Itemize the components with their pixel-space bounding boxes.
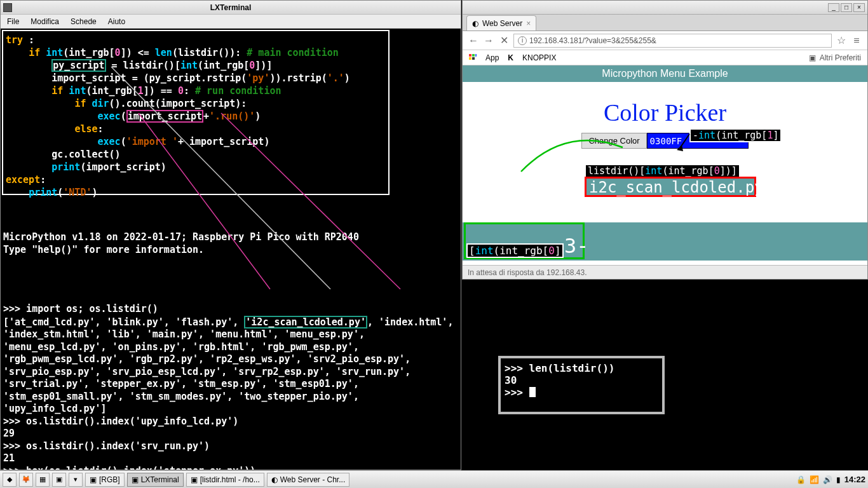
- knoppix-icon: K: [508, 53, 513, 62]
- firefox-icon[interactable]: 🦊: [19, 473, 33, 487]
- start-menu-icon[interactable]: ◆: [3, 473, 17, 487]
- url-text: 192.168.43.181/?value=3&255&255&: [529, 36, 656, 45]
- index-3: 3-: [564, 234, 589, 258]
- iconify-icon[interactable]: ▾: [69, 473, 83, 487]
- terminal-body[interactable]: try : if int(int_rgb[0]) <= len(listdir(…: [1, 29, 461, 470]
- menu-tabs[interactable]: Schede: [71, 17, 97, 26]
- bookmark-knoppix[interactable]: KNOPPIX: [522, 53, 556, 62]
- menu-edit[interactable]: Modifica: [31, 17, 59, 26]
- browser-window: _ □ × ◐ Web Server × ← → ✕ i 192.168.43.…: [462, 0, 868, 280]
- browser-titlebar[interactable]: _ □ ×: [463, 1, 867, 15]
- stop-button[interactable]: ✕: [498, 34, 510, 46]
- maximize-button[interactable]: □: [841, 3, 852, 12]
- tray-battery-icon[interactable]: ▮: [836, 475, 841, 484]
- micropython-banner: MicroPython v1.18 on 2022-01-17; Raspber…: [3, 231, 359, 256]
- browser-tabstrip[interactable]: ◐ Web Server ×: [463, 15, 867, 31]
- page-header: Micropython Menu Example: [463, 65, 867, 82]
- change-color-button[interactable]: Change Color: [581, 133, 646, 149]
- bookmark-app[interactable]: App: [485, 53, 499, 62]
- terminal-titlebar[interactable]: LXTerminal: [1, 1, 461, 15]
- terminal-icon[interactable]: ▣: [52, 473, 66, 487]
- taskbar-item-browser[interactable]: ◐Web Server - Chr...: [267, 473, 349, 487]
- repl-output: >>> import os; os.listdir() ['at_cmd_lcd…: [3, 303, 458, 470]
- lxterminal-window: LXTerminal File Modifica Schede Aiuto tr…: [0, 0, 461, 470]
- bookmark-other[interactable]: ▣ Altri Preferiti: [809, 53, 861, 62]
- terminal-title: LXTerminal: [1, 3, 461, 12]
- apps-icon[interactable]: [469, 54, 477, 62]
- selected-filename: i2c_scan_lcdoled.py: [585, 177, 756, 197]
- menu-icon[interactable]: ≡: [851, 35, 862, 46]
- bookmarks-bar[interactable]: App K KNOPPIX ▣ Altri Preferiti: [463, 50, 867, 65]
- filemanager-icon[interactable]: ▦: [36, 473, 50, 487]
- tab-title: Web Server: [482, 19, 522, 28]
- page-title: Color Picker: [463, 98, 867, 126]
- terminal-icon: [3, 3, 12, 12]
- browser-statusbar: In attesa di risposta da 192.168.43.: [463, 265, 867, 279]
- tab-spinner-icon: ◐: [472, 19, 478, 28]
- menu-help[interactable]: Aiuto: [108, 17, 125, 26]
- selected-row: [int(int_rgb[0] 3-: [463, 222, 867, 261]
- annotation-listdir: listdir()[int(int_rgb[0])]: [585, 164, 740, 178]
- taskbar-item-lxterminal[interactable]: ▣LXTerminal: [127, 473, 184, 487]
- taskbar-item-rgb[interactable]: ▣[RGB]: [85, 473, 125, 487]
- close-button[interactable]: ×: [853, 3, 865, 12]
- tray-lock-icon[interactable]: 🔒: [796, 475, 806, 484]
- code-snippet: try : if int(int_rgb[0]) <= len(listdir(…: [2, 30, 390, 195]
- taskbar-item-editor[interactable]: ▣[listdir.html - /ho...: [186, 473, 264, 487]
- len-repl-box: >>> len(listdir()) 30 >>>: [498, 356, 665, 414]
- browser-tab[interactable]: ◐ Web Server ×: [466, 15, 536, 30]
- menu-file[interactable]: File: [7, 17, 19, 26]
- minimize-button[interactable]: _: [828, 3, 839, 12]
- tab-close-icon[interactable]: ×: [526, 19, 531, 28]
- tray-network-icon[interactable]: 📶: [810, 475, 819, 484]
- taskbar-clock[interactable]: 14:22: [844, 475, 865, 484]
- annotation-intrgb1: -int(int_rgb[1]: [689, 128, 782, 142]
- taskbar[interactable]: ◆ 🦊 ▦ ▣ ▾ ▣[RGB] ▣LXTerminal ▣[listdir.h…: [0, 470, 868, 488]
- back-button[interactable]: ←: [468, 35, 479, 46]
- forward-button[interactable]: →: [483, 35, 494, 46]
- address-bar[interactable]: i 192.168.43.181/?value=3&255&255&: [513, 34, 832, 48]
- tray-volume-icon[interactable]: 🔊: [823, 475, 832, 484]
- site-info-icon[interactable]: i: [518, 36, 527, 45]
- folder-icon: ▣: [809, 53, 816, 62]
- star-icon[interactable]: ☆: [836, 34, 847, 46]
- terminal-menubar[interactable]: File Modifica Schede Aiuto: [1, 15, 461, 29]
- browser-toolbar: ← → ✕ i 192.168.43.181/?value=3&255&255&…: [463, 31, 867, 50]
- annotation-left: [int(int_rgb[0]: [466, 243, 564, 258]
